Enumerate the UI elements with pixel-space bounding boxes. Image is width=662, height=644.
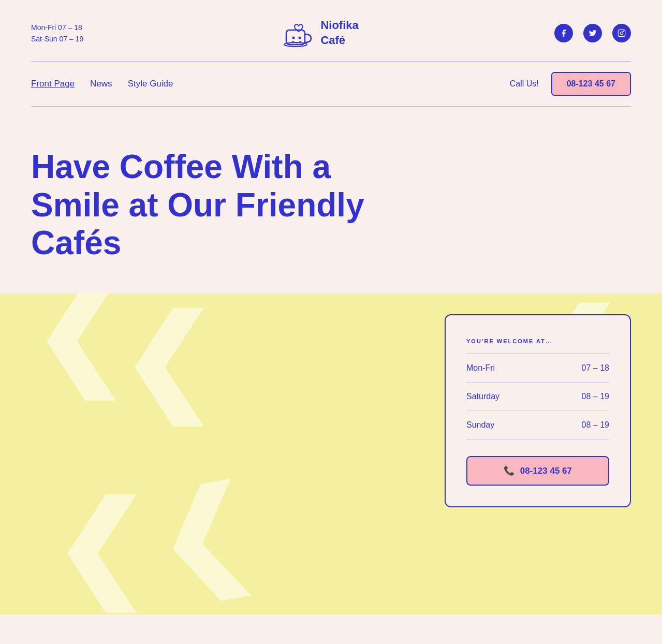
- card-subtitle: YOU'RE WELCOME AT…: [466, 338, 609, 344]
- logo: Niofika Café: [279, 16, 358, 51]
- instagram-icon[interactable]: [612, 24, 631, 42]
- deco-arrow-4: ❮: [146, 472, 259, 601]
- top-bar: Mon-Fri 07 – 18 Sat-Sun 07 – 19 Niofika …: [0, 0, 662, 61]
- card-phone-number: 08-123 45 67: [520, 466, 572, 476]
- yellow-section: ❮ ❮ ❮ ❮ ❮ YOU'RE WELCOME AT… Mon-Fri 07 …: [0, 294, 662, 614]
- deco-arrow-1: ❮: [31, 294, 126, 392]
- hero-title: Have Coffee With a Smile at Our Friendly…: [31, 148, 383, 262]
- logo-text: Niofika Café: [320, 18, 358, 48]
- hours-weekend: Sat-Sun 07 – 19: [31, 33, 83, 45]
- twitter-icon[interactable]: [583, 24, 602, 42]
- social-icons: [554, 24, 631, 42]
- hours-time-monFri: 07 – 18: [582, 363, 609, 373]
- nav-front-page[interactable]: Front Page: [31, 79, 75, 89]
- hours-row-saturday: Saturday 08 – 19: [466, 383, 609, 411]
- logo-icon: [279, 16, 314, 51]
- svg-point-2: [299, 37, 301, 39]
- deco-arrow-2: ❮: [119, 304, 214, 418]
- hours-weekday: Mon-Fri 07 – 18: [31, 22, 83, 33]
- hours-info: Mon-Fri 07 – 18 Sat-Sun 07 – 19: [31, 22, 83, 45]
- svg-point-5: [623, 31, 624, 32]
- nav-links: Front Page News Style Guide: [31, 79, 173, 89]
- hours-time-saturday: 08 – 19: [582, 392, 609, 401]
- deco-arrow-3: ❮: [52, 490, 147, 604]
- nav-bar: Front Page News Style Guide Call Us! 08-…: [0, 62, 662, 106]
- top-divider: [31, 61, 631, 62]
- info-card: YOU'RE WELCOME AT… Mon-Fri 07 – 18 Satur…: [445, 314, 631, 507]
- nav-right: Call Us! 08-123 45 67: [510, 72, 631, 96]
- hours-day-monFri: Mon-Fri: [466, 363, 495, 373]
- hours-day-saturday: Saturday: [466, 392, 499, 401]
- hours-row-sunday: Sunday 08 – 19: [466, 411, 609, 440]
- card-phone-button[interactable]: 📞 08-123 45 67: [466, 456, 609, 486]
- nav-news[interactable]: News: [90, 79, 112, 89]
- call-us-label: Call Us!: [510, 79, 539, 89]
- facebook-icon[interactable]: [554, 24, 573, 42]
- phone-button[interactable]: 08-123 45 67: [551, 72, 631, 96]
- hero-section: Have Coffee With a Smile at Our Friendly…: [0, 107, 662, 294]
- phone-emoji: 📞: [504, 466, 514, 476]
- svg-point-1: [292, 37, 295, 39]
- hours-time-sunday: 08 – 19: [582, 420, 609, 430]
- card-top-divider: [466, 354, 609, 354]
- nav-divider: [31, 106, 631, 107]
- svg-rect-4: [618, 30, 625, 36]
- hours-row-monFri: Mon-Fri 07 – 18: [466, 354, 609, 383]
- nav-style-guide[interactable]: Style Guide: [128, 79, 173, 89]
- hours-day-sunday: Sunday: [466, 420, 494, 430]
